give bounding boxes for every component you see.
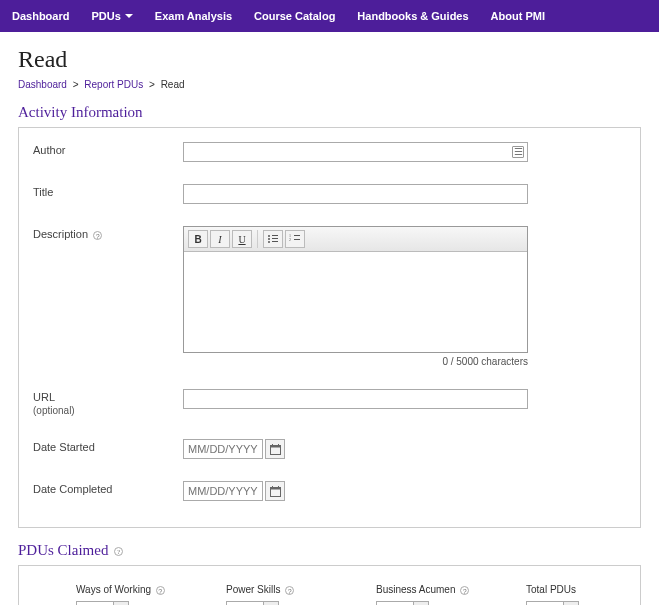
section-title-pdus: PDUs Claimed ? — [18, 542, 641, 559]
url-input[interactable] — [183, 389, 528, 409]
rte-underline-button[interactable]: U — [232, 230, 252, 248]
nav-item-handbooks[interactable]: Handbooks & Guides — [357, 10, 468, 22]
date-completed-calendar-button[interactable] — [265, 481, 285, 501]
author-input[interactable] — [183, 142, 528, 162]
svg-point-2 — [268, 238, 270, 240]
breadcrumb-link-report-pdus[interactable]: Report PDUs — [84, 79, 143, 90]
pdu-col-header-total: Total PDUs — [526, 584, 626, 595]
breadcrumb-link-dashboard[interactable]: Dashboard — [18, 79, 67, 90]
help-icon[interactable]: ? — [93, 231, 102, 240]
label-title: Title — [33, 184, 183, 199]
svg-point-0 — [268, 235, 270, 237]
contact-card-icon[interactable]: ☰ — [512, 146, 524, 158]
help-icon[interactable]: ? — [285, 586, 294, 595]
help-icon[interactable]: ? — [156, 586, 165, 595]
title-input[interactable] — [183, 184, 528, 204]
pdu-business-acumen-input[interactable] — [376, 601, 429, 605]
label-author: Author — [33, 142, 183, 157]
pdu-total-input[interactable] — [526, 601, 579, 605]
section-title-activity: Activity Information — [18, 104, 641, 121]
svg-rect-1 — [272, 235, 278, 236]
label-url: URL (optional) — [33, 389, 183, 417]
nav-item-dashboard[interactable]: Dashboard — [12, 10, 69, 22]
breadcrumb-current: Read — [161, 79, 185, 90]
calendar-icon — [270, 444, 281, 455]
breadcrumb: Dashboard > Report PDUs > Read — [18, 79, 641, 90]
pdu-col-header-ways-of-working: Ways of Working ? — [76, 584, 176, 595]
help-icon[interactable]: ? — [460, 586, 469, 595]
calendar-icon — [270, 486, 281, 497]
activity-info-panel: Author ☰ Title Description ? B I — [18, 127, 641, 528]
svg-rect-5 — [272, 241, 278, 242]
svg-rect-16 — [272, 486, 273, 488]
label-date-completed: Date Completed — [33, 481, 183, 496]
date-completed-input[interactable] — [183, 481, 263, 501]
pdu-col-header-business-acumen: Business Acumen ? — [376, 584, 476, 595]
date-started-calendar-button[interactable] — [265, 439, 285, 459]
chevron-down-icon — [125, 14, 133, 18]
nav-item-pdus[interactable]: PDUs — [91, 10, 132, 22]
svg-rect-9 — [294, 239, 300, 240]
label-description: Description ? — [33, 226, 183, 241]
rte-bullet-list-button[interactable] — [263, 230, 283, 248]
svg-point-4 — [268, 241, 270, 243]
label-date-started: Date Started — [33, 439, 183, 454]
nav-item-about[interactable]: About PMI — [491, 10, 545, 22]
rich-text-editor: B I U 12 — [183, 226, 528, 353]
date-started-input[interactable] — [183, 439, 263, 459]
pdus-claimed-panel: PMP® Ways of Working ? — [18, 565, 641, 605]
page-title: Read — [18, 46, 641, 73]
rte-italic-button[interactable]: I — [210, 230, 230, 248]
description-textarea[interactable] — [184, 252, 527, 352]
cert-label: PMP® — [33, 584, 76, 605]
rte-bold-button[interactable]: B — [188, 230, 208, 248]
pdu-power-skills-input[interactable] — [226, 601, 279, 605]
svg-rect-12 — [272, 444, 273, 446]
pdu-ways-of-working-input[interactable] — [76, 601, 129, 605]
svg-rect-3 — [272, 238, 278, 239]
top-nav: Dashboard PDUs Exam Analysis Course Cata… — [0, 0, 659, 32]
rte-toolbar: B I U 12 — [184, 227, 527, 252]
nav-item-course-catalog[interactable]: Course Catalog — [254, 10, 335, 22]
svg-rect-7 — [294, 235, 300, 236]
char-count: 0 / 5000 characters — [183, 356, 528, 367]
svg-text:2: 2 — [289, 237, 291, 242]
svg-rect-17 — [278, 486, 279, 488]
rte-numbered-list-button[interactable]: 12 — [285, 230, 305, 248]
help-icon[interactable]: ? — [114, 547, 123, 556]
svg-rect-13 — [278, 444, 279, 446]
nav-item-exam-analysis[interactable]: Exam Analysis — [155, 10, 232, 22]
pdu-col-header-power-skills: Power Skills ? — [226, 584, 326, 595]
